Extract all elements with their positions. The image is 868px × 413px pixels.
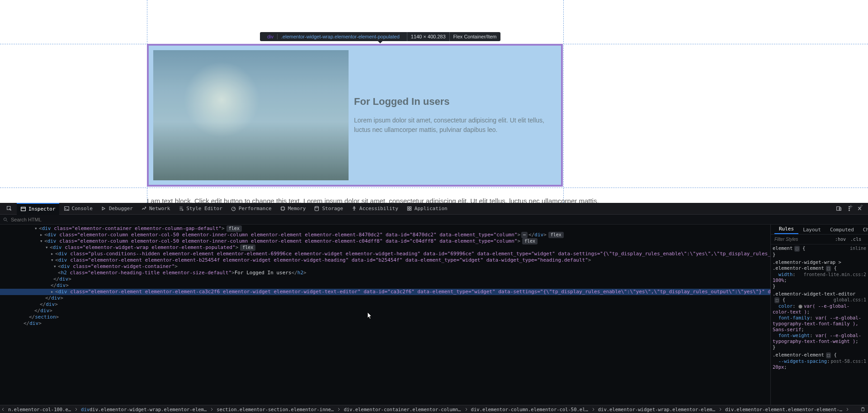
tooltip-dimensions: 1140 × 400.283 bbox=[407, 32, 449, 41]
inspector-tooltip: div.elementor-widget-wrap.elementor-elem… bbox=[260, 32, 500, 41]
inspector-guide-right bbox=[563, 0, 564, 203]
tab-storage[interactable]: Storage bbox=[310, 203, 346, 203]
tooltip-layout: Flex Container/Item bbox=[449, 32, 500, 41]
page-viewport: div.elementor-widget-wrap.elementor-elem… bbox=[0, 0, 868, 203]
tab-accessibility[interactable]: Accessibility bbox=[348, 203, 402, 203]
inspector-guide-bottom bbox=[0, 188, 868, 188]
tab-network[interactable]: Network bbox=[137, 203, 174, 203]
highlighted-element[interactable]: For Logged In users Lorem ipsum dolor si… bbox=[147, 44, 563, 187]
tab-inspector[interactable]: Inspector bbox=[17, 203, 59, 203]
toggle-picker-button[interactable] bbox=[3, 203, 16, 203]
tab-style-editor[interactable]: Style Editor bbox=[175, 203, 226, 203]
tooltip-classes: .elementor-widget-wrap.elementor-element… bbox=[277, 34, 403, 39]
tab-memory[interactable]: Memory bbox=[276, 203, 310, 203]
text-column: For Logged In users Lorem ipsum dolor si… bbox=[354, 50, 557, 180]
paragraph: Lorem ipsum dolor sit amet, consectetur … bbox=[354, 116, 557, 135]
below-text: I am text block. Click edit button to ch… bbox=[147, 197, 599, 203]
tab-debugger[interactable]: Debugger bbox=[97, 203, 137, 203]
heading: For Logged In users bbox=[354, 96, 557, 108]
tab-console[interactable]: Console bbox=[60, 203, 96, 203]
tooltip-tag: div bbox=[264, 34, 277, 39]
content-row: For Logged In users Lorem ipsum dolor si… bbox=[149, 46, 561, 185]
tab-application[interactable]: Application bbox=[403, 203, 451, 203]
tab-performance[interactable]: Performance bbox=[227, 203, 275, 203]
hero-image bbox=[153, 50, 349, 180]
